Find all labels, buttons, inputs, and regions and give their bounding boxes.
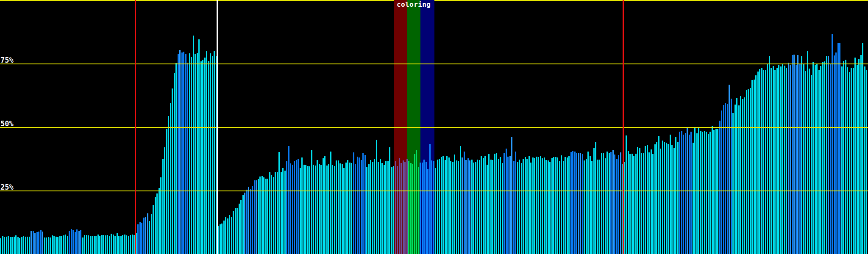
coloring-label: coloring [397,1,431,8]
text-layer: coloring [0,0,868,254]
histogram-chart: 75%50%25% coloring [0,0,868,254]
